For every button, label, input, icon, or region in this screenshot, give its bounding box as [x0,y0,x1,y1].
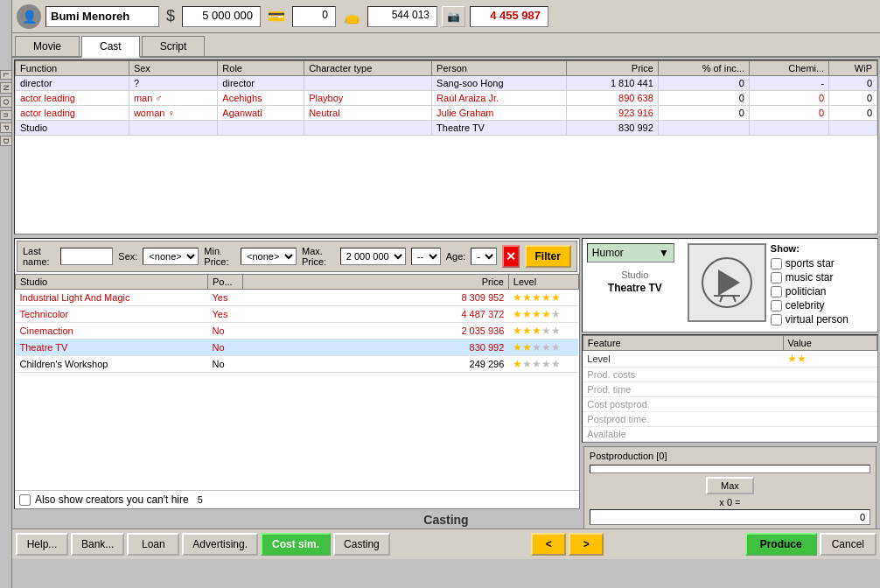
card-value-display: 0 [292,6,336,27]
studio-logo [688,243,766,322]
sex-select[interactable]: <none> [143,248,199,265]
feature-row[interactable]: Prod. time [583,382,877,397]
sidebar-item-d[interactable]: D [0,136,12,147]
main-content: 👤 $ 5 000 000 💳 0 👝 544 013 📷 4 455 987 … [12,0,880,588]
col-chemi: Chemi... [749,61,828,76]
studio-stars: ★★★★★ [508,340,578,356]
feature-row[interactable]: Prod. costs [583,368,877,382]
row-role: director [218,76,304,91]
table-row[interactable]: Studio Theatre TV 830 992 [16,121,877,136]
humor-dropdown[interactable]: Humor ▼ [587,243,674,262]
studio-stars: ★★★★★ [508,290,578,306]
table-row[interactable]: actor leading man ♂ Acehighs Playboy Raú… [16,91,877,106]
min-price-select[interactable]: <none> [241,248,297,265]
row-price: 830 992 [566,121,658,136]
row-function: Studio [16,121,129,136]
feature-name: Prod. costs [583,368,783,382]
virtual-person-label: virtual person [786,313,849,326]
studio-row[interactable]: Cinemaction No 2 035 936 ★★★★★ [16,323,579,340]
cast-table-area: Function Sex Role Character type Person … [14,60,878,234]
avatar: 👤 [17,4,41,29]
music-star-checkbox[interactable] [771,272,782,284]
last-name-input[interactable] [60,248,113,265]
sports-star-checkbox[interactable] [771,258,782,270]
age-select[interactable]: - [471,248,497,265]
sidebar-item-o[interactable]: O [0,96,12,108]
tab-script[interactable]: Script [142,36,206,56]
studio-list-scroll[interactable]: Studio Po... Price Level Industrial Ligh… [15,274,579,490]
feature-row[interactable]: Cost postprod. [583,397,877,412]
studio-stars: ★★★★★ [508,356,578,373]
row-sex [129,121,217,136]
studio-row[interactable]: Children's Workshop No 249 296 ★★★★★ [16,356,579,373]
row-wip: 0 [829,91,877,106]
feature-row[interactable]: Postprod time. [583,412,877,427]
next-button[interactable]: > [569,533,604,556]
advertising-button[interactable]: Advertising. [182,533,258,556]
row-char-type: Neutral [304,106,432,121]
top-bar: 👤 $ 5 000 000 💳 0 👝 544 013 📷 4 455 987 [12,0,880,33]
multiplier-label: x 0 = [590,497,870,508]
studio-row[interactable]: Technicolor Yes 4 487 372 ★★★★★ [16,306,579,323]
studio-row[interactable]: Industrial Light And Magic Yes 8 309 952… [16,290,579,306]
age-label: Age: [446,251,466,262]
studio-price: 2 035 936 [243,323,509,340]
tab-cast[interactable]: Cast [81,36,140,58]
row-wip: 0 [829,106,877,121]
col-level: Level [508,275,578,290]
studio-logo-svg [701,256,753,309]
card-icon: 💳 [265,8,288,24]
virtual-person-checkbox[interactable] [771,314,782,326]
produce-button[interactable]: Produce [745,533,817,556]
sports-star-option: sports star [771,257,873,270]
prev-button[interactable]: < [531,533,566,556]
sidebar-item-p[interactable]: P [0,122,12,133]
politician-option: politician [771,285,873,298]
cancel-button[interactable]: Cancel [820,533,877,556]
celebrity-checkbox[interactable] [771,300,782,312]
studio-stars: ★★★★★ [508,306,578,323]
feature-row[interactable]: Level ★★ [583,351,877,368]
row-person: Julie Graham [432,106,567,121]
also-show-checkbox[interactable] [19,494,31,506]
camera-button[interactable]: 📷 [442,6,465,27]
sidebar-item-n[interactable]: N [0,82,12,94]
table-row[interactable]: director ? director Sang-soo Hong 1 810 … [16,76,877,91]
button-bar: Help... Bank... Loan Advertising. Cost s… [12,528,880,559]
max-price-select[interactable]: 2 000 000 [340,248,406,265]
budget-display: 5 000 000 [182,6,261,27]
row-chemi: 0 [749,91,828,106]
col-value: Value [783,336,877,351]
studio-row[interactable]: Theatre TV No 830 992 ★★★★★ [16,340,579,356]
feature-table: Feature Value Level ★★ Prod. costs [583,335,877,442]
help-button[interactable]: Help... [16,533,68,556]
filter-bar: Last name: Sex: <none> Min. Price: <none… [17,241,577,272]
max-button[interactable]: Max [706,477,754,494]
player-name-field[interactable] [45,6,159,27]
studio-info-card: Humor ▼ Studio Theatre TV [582,238,878,332]
col-wip: WiP [829,61,877,76]
sidebar-item-n2[interactable]: n [0,110,12,120]
studio-name: Children's Workshop [16,356,208,373]
range-select[interactable]: -- [411,248,441,265]
loan-button[interactable]: Loan [127,533,179,556]
row-price: 890 638 [566,91,658,106]
postprod-slider[interactable] [590,465,870,473]
row-chemi: - [749,76,828,91]
sidebar-item-l[interactable]: L [0,70,12,80]
casting-label: Casting [12,511,880,528]
bank-button[interactable]: Bank... [71,533,124,556]
tab-movie[interactable]: Movie [15,36,80,56]
studio-name: Industrial Light And Magic [16,290,208,306]
feature-value [783,368,877,382]
clear-filter-button[interactable]: ✕ [502,245,519,268]
cost-sim-button[interactable]: Cost sim. [261,533,331,556]
row-price: 923 916 [566,106,658,121]
feature-value [783,427,877,442]
casting-button[interactable]: Casting [333,533,390,556]
politician-checkbox[interactable] [771,286,782,298]
filter-button[interactable]: Filter [525,245,571,268]
feature-row[interactable]: Available [583,427,877,442]
row-role: Acehighs [218,91,304,106]
table-row[interactable]: actor leading woman ♀ Aganwati Neutral J… [16,106,877,121]
